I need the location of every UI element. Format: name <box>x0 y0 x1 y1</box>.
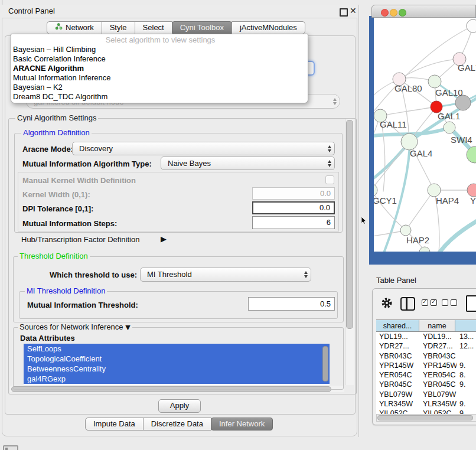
control-panel-tab-bar: NetworkStyleSelectCyni ToolboxjActiveMNo… <box>47 21 305 34</box>
table-cell: YDL19... <box>376 332 420 341</box>
attributes-scrollbar-thumb[interactable] <box>322 346 328 381</box>
tab-jactivemnodules[interactable]: jActiveMNodules <box>232 21 305 34</box>
table-row[interactable]: YBR045CYBR045C9. <box>376 380 476 389</box>
mi-steps-label: Mutual Information Steps: <box>22 219 117 228</box>
mi-threshold-title: MI Threshold Definition <box>25 287 107 295</box>
tab-label: Impute Data <box>93 418 135 430</box>
table-hscrollbar-thumb[interactable] <box>377 415 473 420</box>
dpi-tolerance-field[interactable]: 0.0 <box>252 201 335 214</box>
hub-definition-label[interactable]: Hub/Transcription Factor Definition <box>21 235 139 244</box>
table-row[interactable]: YBL079WYBL079W <box>376 390 476 399</box>
data-attribute-item[interactable]: BetweennessCentrality <box>24 364 330 374</box>
chevron-down-icon[interactable]: ▼ <box>125 324 130 331</box>
maximize-traffic-light-icon[interactable] <box>399 9 406 17</box>
algorithm-option-bayesian-k2[interactable]: Bayesian – K2 <box>11 83 308 92</box>
manual-kernel-checkbox[interactable] <box>325 175 334 184</box>
mi-steps-field[interactable]: 6 <box>252 216 335 229</box>
split-view-icon[interactable] <box>400 297 415 311</box>
table-cell: YPR145W <box>376 361 420 370</box>
settings-vscrollbar-thumb[interactable] <box>346 120 353 329</box>
gear-icon[interactable] <box>381 297 393 309</box>
tab-select[interactable]: Select <box>135 21 172 34</box>
data-attribute-item[interactable]: gal4RGexp <box>24 374 330 384</box>
table-row[interactable]: YLR345WYLR345W9. <box>376 399 476 409</box>
float-window-icon[interactable] <box>340 8 348 17</box>
show-checked-columns-icon[interactable]: ✓ ✓ <box>422 299 437 306</box>
network-node[interactable] <box>400 225 411 236</box>
tab-network[interactable]: Network <box>47 21 102 34</box>
tab-infer-network[interactable]: Infer Network <box>211 418 273 431</box>
network-node[interactable] <box>444 122 455 133</box>
aracne-mode-label: Aracne Mode: <box>22 145 73 154</box>
table-row[interactable]: YPR145WYPR145W9. <box>376 361 476 370</box>
table-cell: YDR27... <box>420 341 457 351</box>
table-cell: YBR045C <box>376 380 420 389</box>
network-node-label: GAL1 <box>438 111 460 121</box>
network-node-label: GAL80 <box>395 83 422 93</box>
network-node[interactable] <box>428 75 441 88</box>
network-node-label: GAL7 <box>458 63 476 73</box>
table-cell <box>457 351 476 361</box>
threshold-definition-title: Threshold Definition <box>18 252 90 260</box>
apply-button[interactable]: Apply <box>158 399 201 413</box>
tab-label: Infer Network <box>219 418 265 430</box>
network-node[interactable] <box>428 184 441 197</box>
network-node[interactable] <box>467 184 476 197</box>
tab-impute-data[interactable]: Impute Data <box>85 418 144 431</box>
table-cell: 9. <box>457 361 476 370</box>
kernel-width-field[interactable]: 0.0 <box>252 187 335 200</box>
algorithm-option-aracne-algorithm[interactable]: ARACNE Algorithm <box>11 64 308 73</box>
table-row[interactable]: YER054CYER054C8. <box>376 370 476 380</box>
algorithm-option-dream8-dc-tdc-algorithm[interactable]: Dream8 DC_TDC Algorithm <box>11 92 308 102</box>
aracne-mode-value: Discovery <box>79 144 113 153</box>
data-attributes-list[interactable]: SelfLoopsTopologicalCoefficientBetweenne… <box>24 344 330 385</box>
close-traffic-light-icon[interactable] <box>381 9 389 17</box>
mi-type-combo[interactable]: Naive Bayes <box>161 156 335 170</box>
table-cell: 13... <box>457 332 476 341</box>
chevron-right-icon[interactable]: ▶ <box>161 234 167 243</box>
algorithm-option-basic-correlation-inference[interactable]: Basic Correlation Inference <box>11 54 308 64</box>
close-icon[interactable]: ✕ <box>350 6 357 15</box>
data-attribute-item[interactable]: TopologicalCoefficient <box>24 354 330 364</box>
kernel-width-label: Kernel Width (0,1): <box>22 190 90 199</box>
docked-panel-icon[interactable] <box>3 445 18 450</box>
settings-vscrollbar[interactable] <box>345 119 354 385</box>
data-attribute-item[interactable]: SelfLoops <box>24 344 330 354</box>
table-cell: YBL079W <box>376 390 420 399</box>
algorithm-option-mutual-information-inference[interactable]: Mutual Information Inference <box>11 73 308 83</box>
network-node[interactable] <box>419 247 430 252</box>
network-window-titlebar[interactable] <box>371 5 476 18</box>
column-header-name[interactable]: name <box>419 319 455 332</box>
aracne-mode-combo[interactable]: Discovery <box>72 142 335 155</box>
sources-title[interactable]: Sources for Network Inference ▼ <box>18 323 132 332</box>
data-attributes-label: Data Attributes <box>20 334 75 343</box>
algorithm-dropdown-prompt: Select algorithm to view settings <box>11 35 308 45</box>
tab-style[interactable]: Style <box>102 21 135 34</box>
mi-threshold-field[interactable]: 0.5 <box>248 297 335 311</box>
table-cell: YBR045C <box>420 380 457 389</box>
minimize-traffic-light-icon[interactable] <box>390 9 397 17</box>
network-node-label: Y <box>470 195 476 206</box>
bottom-tab-bar: Impute DataDiscretize DataInfer Network <box>86 418 273 430</box>
network-edge <box>380 107 436 116</box>
network-node-label: SWI4 <box>451 135 472 145</box>
column-header-shared-[interactable]: shared... <box>376 319 419 332</box>
table-row[interactable]: YDL19...YDL19...13... <box>376 332 476 341</box>
algorithm-option-bayesian-hill-climbing[interactable]: Bayesian – Hill Climbing <box>11 45 308 54</box>
network-node[interactable] <box>401 133 418 150</box>
tab-label: Style <box>110 22 127 34</box>
page-icon[interactable] <box>466 295 476 312</box>
table-hscrollbar[interactable] <box>376 414 476 422</box>
which-threshold-combo[interactable]: MI Threshold <box>140 268 311 282</box>
network-node[interactable] <box>467 19 476 32</box>
mouse-cursor <box>361 217 368 226</box>
tab-cyni-toolbox[interactable]: Cyni Toolbox <box>172 21 232 34</box>
table-row[interactable]: YBR043CYBR043C <box>376 351 476 361</box>
table-row[interactable]: YDR27...YDR27...12... <box>376 341 476 351</box>
column-header[interactable] <box>455 319 476 332</box>
tab-discretize-data[interactable]: Discretize Data <box>143 418 211 431</box>
table-cell: YDR27... <box>376 341 420 351</box>
network-node[interactable] <box>374 184 377 197</box>
hide-columns-icon[interactable] <box>442 299 457 306</box>
network-view-canvas[interactable]: GAL7GAL80GAL10GAL1GAL11SWI4GAL4GCY1HAP4Y… <box>374 18 476 252</box>
